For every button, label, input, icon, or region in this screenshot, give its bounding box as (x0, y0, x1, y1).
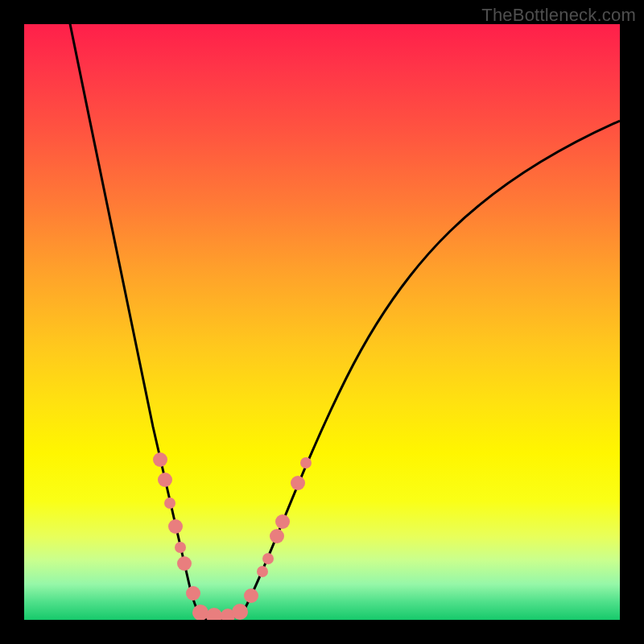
data-point (158, 473, 172, 487)
data-point (177, 556, 192, 571)
data-point (232, 604, 248, 620)
watermark-text: TheBottleneck.com (481, 5, 636, 26)
data-point (153, 452, 167, 467)
data-point (291, 476, 305, 490)
data-point (206, 608, 222, 620)
data-point (300, 457, 312, 469)
data-point (186, 586, 200, 601)
data-point (168, 519, 183, 534)
data-point (175, 542, 186, 553)
data-point (257, 566, 268, 577)
data-point (275, 514, 290, 529)
plot-area (24, 24, 620, 620)
data-point (270, 529, 284, 543)
curve-layer (24, 24, 620, 620)
data-point (244, 588, 258, 603)
right-curve (243, 121, 620, 612)
data-point (164, 497, 175, 509)
data-point (262, 553, 274, 564)
